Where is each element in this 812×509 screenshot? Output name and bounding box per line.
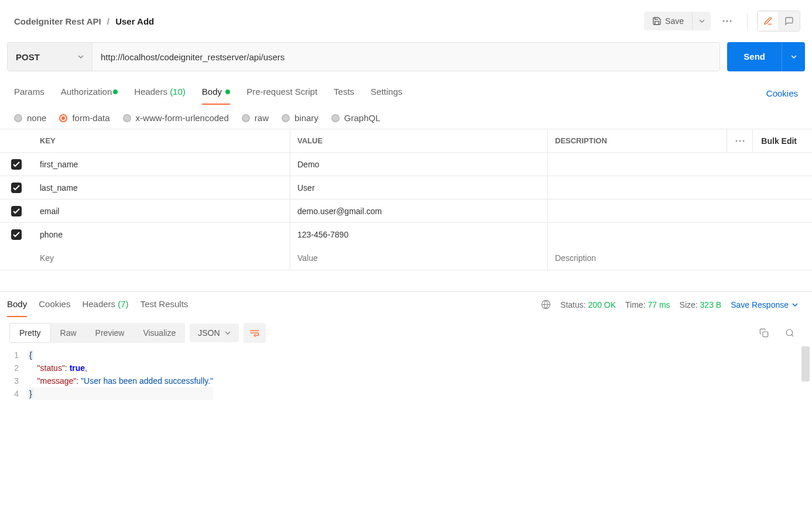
radio-icon <box>123 114 131 122</box>
search-button[interactable] <box>779 323 800 343</box>
size-block: Size: 323 B <box>680 300 722 309</box>
tab-tests[interactable]: Tests <box>334 82 354 105</box>
svg-point-3 <box>736 140 738 142</box>
tab-prerequest[interactable]: Pre-request Script <box>246 82 317 105</box>
cell-key[interactable]: last_name <box>33 176 290 199</box>
svg-point-4 <box>739 140 741 142</box>
divider <box>747 13 748 29</box>
scrollbar[interactable] <box>801 346 810 381</box>
row-checkbox[interactable] <box>11 229 22 240</box>
cell-key[interactable]: first_name <box>33 153 290 176</box>
desc-input-new[interactable] <box>555 253 805 263</box>
row-checkbox[interactable] <box>11 183 22 193</box>
method-url-group: POST <box>7 42 720 71</box>
table-row: first_name Demo <box>0 153 812 176</box>
table-row: phone 123-456-7890 <box>0 223 812 246</box>
time-block: Time: 77 ms <box>625 300 670 309</box>
cell-value[interactable]: 123-456-7890 <box>290 223 548 246</box>
table-more-button[interactable] <box>727 129 753 152</box>
body-type-none[interactable]: none <box>14 113 46 123</box>
status-dot-icon <box>113 90 118 94</box>
save-group: Save <box>644 12 711 30</box>
send-dropdown[interactable] <box>782 42 805 71</box>
radio-icon <box>331 114 340 122</box>
cell-value[interactable]: demo.user@gmail.com <box>290 200 548 222</box>
body-type-graphql[interactable]: GraphQL <box>331 113 381 123</box>
tab-params[interactable]: Params <box>14 82 44 105</box>
breadcrumb-current[interactable]: User Add <box>115 16 154 26</box>
svg-point-5 <box>743 140 745 142</box>
cell-key[interactable]: email <box>33 200 290 222</box>
row-checkbox[interactable] <box>11 159 22 170</box>
view-mode-group: Pretty Raw Preview Visualize <box>9 323 185 343</box>
radio-icon <box>242 114 250 122</box>
table-row: email demo.user@gmail.com <box>0 200 812 223</box>
bulk-edit-button[interactable]: Bulk Edit <box>753 136 805 146</box>
tab-headers[interactable]: Headers (10) <box>134 82 186 105</box>
tab-settings[interactable]: Settings <box>371 82 402 105</box>
svg-line-11 <box>792 335 793 336</box>
row-checkbox[interactable] <box>11 206 22 216</box>
chevron-down-icon <box>78 55 84 59</box>
cell-value[interactable]: Demo <box>290 153 548 176</box>
breadcrumb-sep: / <box>107 16 109 26</box>
svg-point-2 <box>730 20 732 22</box>
tab-authorization[interactable]: Authorization <box>61 82 118 105</box>
view-pretty[interactable]: Pretty <box>9 323 51 343</box>
response-body-code[interactable]: 1 2 3 4 { "status": true, "message": "Us… <box>0 346 812 400</box>
value-input-new[interactable] <box>297 253 540 263</box>
form-data-table: KEY VALUE DESCRIPTION Bulk Edit first_na… <box>0 129 812 270</box>
save-icon <box>652 16 662 26</box>
more-options-button[interactable] <box>717 11 738 32</box>
comment-icon-button[interactable] <box>779 11 800 31</box>
col-value-header: VALUE <box>290 129 548 152</box>
radio-icon <box>282 114 290 122</box>
wrap-lines-button[interactable] <box>244 323 266 343</box>
body-type-form-data[interactable]: form-data <box>59 113 109 123</box>
view-preview[interactable]: Preview <box>86 323 134 343</box>
edit-icon-button[interactable] <box>758 11 779 31</box>
svg-point-0 <box>723 20 725 22</box>
breadcrumb-root[interactable]: CodeIgniter Rest API <box>14 16 101 26</box>
view-raw[interactable]: Raw <box>51 323 86 343</box>
cell-value[interactable]: User <box>290 176 548 199</box>
response-tab-cookies[interactable]: Cookies <box>39 292 70 317</box>
save-button[interactable]: Save <box>644 12 692 30</box>
svg-point-1 <box>727 20 728 22</box>
status-dot-icon <box>225 90 230 94</box>
radio-icon <box>14 114 22 122</box>
response-tab-test-results[interactable]: Test Results <box>141 292 189 317</box>
response-tab-body[interactable]: Body <box>7 292 27 317</box>
body-type-urlencoded[interactable]: x-www-form-urlencoded <box>123 113 229 123</box>
cookies-link[interactable]: Cookies <box>766 88 798 98</box>
method-label: POST <box>16 52 40 62</box>
format-select[interactable]: JSON <box>190 324 238 342</box>
svg-point-10 <box>786 329 793 336</box>
save-response-button[interactable]: Save Response <box>731 300 798 309</box>
cell-key[interactable]: phone <box>33 223 290 246</box>
cell-desc[interactable] <box>548 200 812 222</box>
chevron-down-icon <box>225 331 231 335</box>
status-block: Status: 200 OK <box>560 300 616 309</box>
view-visualize[interactable]: Visualize <box>133 323 185 343</box>
body-type-raw[interactable]: raw <box>242 113 269 123</box>
url-input[interactable] <box>92 43 720 71</box>
key-input-new[interactable] <box>40 253 283 263</box>
table-row: last_name User <box>0 176 812 200</box>
chevron-down-icon <box>792 303 798 307</box>
method-select[interactable]: POST <box>8 43 92 71</box>
col-desc-header: DESCRIPTION <box>555 136 607 145</box>
body-type-binary[interactable]: binary <box>282 113 318 123</box>
breadcrumb: CodeIgniter Rest API / User Add <box>14 16 154 26</box>
cell-desc[interactable] <box>548 176 812 199</box>
save-dropdown[interactable] <box>692 12 711 30</box>
radio-icon <box>59 114 67 122</box>
response-tab-headers[interactable]: Headers (7) <box>82 292 128 317</box>
save-label: Save <box>665 16 684 26</box>
cell-desc[interactable] <box>548 153 812 176</box>
cell-desc[interactable] <box>548 223 812 246</box>
globe-icon[interactable] <box>541 300 551 309</box>
send-button[interactable]: Send <box>727 42 782 70</box>
tab-body[interactable]: Body <box>202 82 230 105</box>
copy-button[interactable] <box>753 323 775 343</box>
